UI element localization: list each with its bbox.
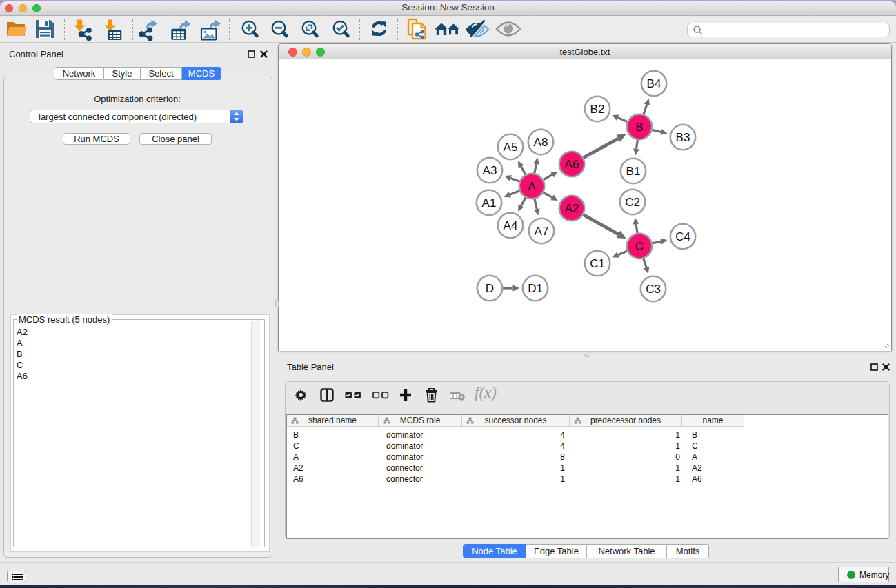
- svg-text:A: A: [528, 180, 536, 193]
- svg-text:C3: C3: [646, 283, 661, 296]
- svg-text:C4: C4: [675, 230, 690, 243]
- svg-text:C1: C1: [590, 257, 605, 270]
- svg-text:C: C: [635, 240, 644, 253]
- svg-text:B: B: [635, 121, 643, 134]
- svg-text:A6: A6: [565, 158, 579, 171]
- svg-text:A3: A3: [483, 164, 497, 177]
- svg-text:A7: A7: [535, 225, 549, 238]
- svg-text:B1: B1: [626, 165, 641, 178]
- svg-text:A2: A2: [565, 202, 579, 215]
- svg-text:C2: C2: [625, 196, 640, 209]
- svg-text:A4: A4: [504, 219, 518, 232]
- svg-text:D1: D1: [528, 282, 543, 295]
- svg-text:A8: A8: [534, 136, 548, 149]
- svg-text:B4: B4: [647, 77, 661, 90]
- svg-text:A5: A5: [504, 141, 518, 154]
- svg-text:B3: B3: [676, 131, 690, 144]
- svg-text:A1: A1: [482, 196, 497, 210]
- svg-text:B2: B2: [590, 103, 605, 116]
- svg-text:D: D: [486, 282, 494, 295]
